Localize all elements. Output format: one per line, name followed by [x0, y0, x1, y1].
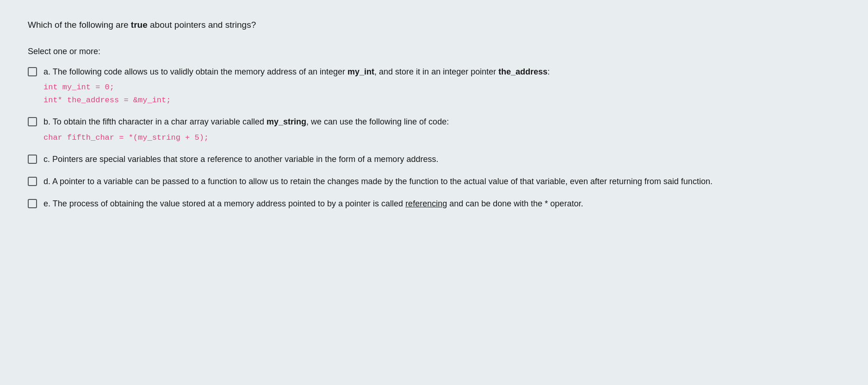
option-b-content: b. To obtain the fifth character in a ch…: [43, 116, 840, 144]
option-a-code-line-2: int* the_address = &my_int;: [43, 94, 840, 106]
select-prompt: Select one or more:: [28, 47, 840, 56]
list-item: d. A pointer to a variable can be passed…: [28, 175, 840, 188]
option-d-content: d. A pointer to a variable can be passed…: [43, 175, 840, 188]
option-a-my-int: my_int: [347, 67, 374, 76]
option-b-my-string: my_string: [267, 117, 306, 126]
option-a-label: a. The following code allows us to valid…: [43, 67, 550, 76]
checkbox-e[interactable]: [28, 199, 37, 208]
question-title-prefix: Which of the following are: [28, 20, 131, 30]
option-c-content: c. Pointers are special variables that s…: [43, 153, 840, 166]
options-list: a. The following code allows us to valid…: [28, 66, 840, 211]
question-title-suffix: about pointers and strings?: [148, 20, 256, 30]
question-title: Which of the following are true about po…: [28, 19, 840, 32]
option-a-the-address: the_address: [498, 67, 547, 76]
option-a-content: a. The following code allows us to valid…: [43, 66, 840, 106]
checkbox-a[interactable]: [28, 67, 37, 76]
checkbox-d-wrapper[interactable]: [28, 175, 37, 186]
option-e-label: e. The process of obtaining the value st…: [43, 199, 583, 208]
checkbox-e-wrapper[interactable]: [28, 198, 37, 208]
option-b-label: b. To obtain the fifth character in a ch…: [43, 117, 449, 126]
option-a-code: int my_int = 0; int* the_address = &my_i…: [43, 81, 840, 106]
checkbox-c[interactable]: [28, 155, 37, 164]
option-e-content: e. The process of obtaining the value st…: [43, 198, 840, 211]
checkbox-c-wrapper[interactable]: [28, 153, 37, 164]
checkbox-d[interactable]: [28, 177, 37, 186]
list-item: c. Pointers are special variables that s…: [28, 153, 840, 166]
option-b-code: char fifth_char = *(my_string + 5);: [43, 131, 840, 144]
option-a-code-line-1: int my_int = 0;: [43, 81, 840, 93]
option-c-label: c. Pointers are special variables that s…: [43, 155, 438, 164]
list-item: b. To obtain the fifth character in a ch…: [28, 116, 840, 144]
option-b-code-line-1: char fifth_char = *(my_string + 5);: [43, 131, 840, 144]
question-container: Which of the following are true about po…: [28, 19, 840, 211]
option-d-label: d. A pointer to a variable can be passed…: [43, 177, 713, 186]
checkbox-b-wrapper[interactable]: [28, 116, 37, 126]
list-item: a. The following code allows us to valid…: [28, 66, 840, 106]
option-e-referencing: referencing: [405, 199, 447, 208]
question-title-bold: true: [131, 20, 148, 30]
checkbox-a-wrapper[interactable]: [28, 66, 37, 76]
checkbox-b[interactable]: [28, 117, 37, 126]
list-item: e. The process of obtaining the value st…: [28, 198, 840, 211]
